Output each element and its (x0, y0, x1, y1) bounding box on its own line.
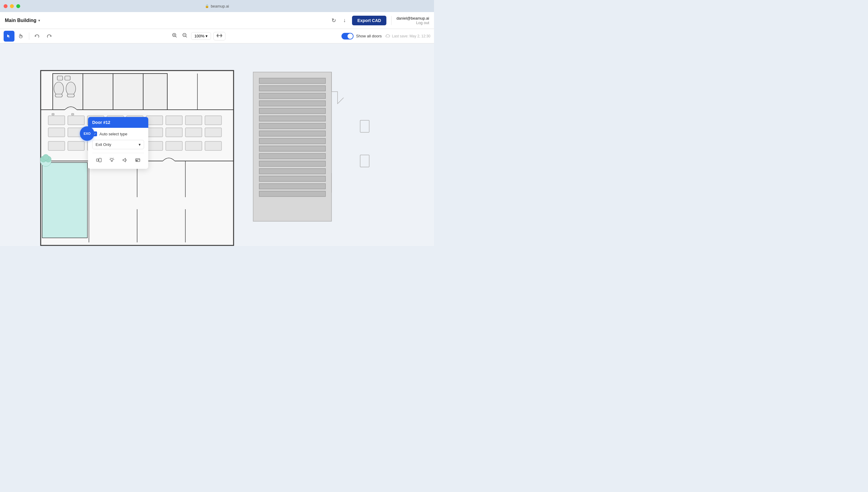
svg-rect-47 (166, 116, 182, 125)
fit-to-screen-button[interactable] (213, 32, 225, 41)
popup-body: ✓ Auto select type Exit Only ▾ (88, 128, 148, 169)
save-info: Last save: May 2, 12:30 (385, 34, 430, 38)
svg-rect-74 (259, 101, 326, 106)
svg-rect-65 (166, 141, 182, 150)
popup-icon-light[interactable] (108, 156, 116, 165)
titlebar: 🔒 beamup.ai (0, 0, 434, 12)
popup-action-icons (92, 153, 144, 165)
lock-icon: 🔒 (205, 4, 209, 8)
redo-button[interactable] (44, 31, 55, 42)
window-title: 🔒 beamup.ai (205, 4, 229, 8)
zoom-dropdown-arrow: ▾ (206, 34, 208, 38)
header-left: Main Building ▾ (5, 18, 40, 23)
auto-select-label: Auto select type (99, 132, 127, 136)
svg-rect-55 (146, 128, 163, 137)
svg-rect-19 (143, 74, 167, 110)
svg-rect-101 (136, 161, 137, 161)
svg-rect-57 (185, 128, 202, 137)
close-button[interactable] (4, 4, 7, 8)
svg-rect-77 (259, 123, 326, 129)
refresh-button[interactable]: ↻ (330, 16, 337, 25)
zoom-display[interactable]: 100% ▾ (191, 32, 211, 40)
svg-rect-84 (259, 176, 326, 181)
minimize-button[interactable] (10, 4, 14, 8)
zoom-in-button[interactable] (171, 31, 178, 41)
toolbar-left (4, 31, 55, 42)
canvas-area[interactable]: EXO Door #12 ✓ Auto select type Exit Onl… (0, 43, 434, 246)
cloud-icon (385, 34, 390, 38)
zoom-level: 100% (195, 34, 204, 38)
select-tool-button[interactable] (4, 31, 15, 42)
svg-point-94 (43, 154, 49, 161)
svg-rect-41 (48, 116, 65, 125)
svg-rect-85 (259, 183, 326, 189)
svg-rect-73 (259, 93, 326, 99)
svg-rect-32 (42, 163, 87, 238)
svg-rect-18 (113, 74, 143, 110)
header: Main Building ▾ ↻ ↓ Export CAD daniel@be… (0, 12, 434, 29)
svg-rect-82 (259, 161, 326, 166)
toggle-switch[interactable] (341, 33, 354, 40)
door-type-dropdown[interactable]: Exit Only ▾ (92, 140, 144, 149)
svg-point-35 (54, 82, 63, 95)
last-save-text: Last save: May 2, 12:30 (392, 34, 430, 38)
svg-rect-80 (259, 146, 326, 151)
traffic-lights (4, 4, 20, 8)
svg-rect-46 (146, 116, 163, 125)
svg-point-37 (66, 82, 76, 95)
toolbar-divider (29, 32, 29, 40)
svg-point-98 (110, 158, 113, 161)
svg-rect-50 (48, 128, 65, 137)
door-popup: Door #12 ✓ Auto select type Exit Only ▾ (88, 117, 148, 169)
svg-rect-81 (259, 153, 326, 159)
floorplan (0, 43, 434, 246)
hand-tool-button[interactable] (16, 31, 27, 42)
toolbar-right: Show all doors Last save: May 2, 12:30 (341, 33, 430, 40)
dropdown-arrow-icon: ▾ (138, 142, 141, 147)
user-info: daniel@beamup.ai Log out (391, 16, 429, 25)
svg-rect-72 (259, 85, 326, 91)
popup-icon-speaker[interactable] (121, 156, 129, 165)
export-cad-button[interactable]: Export CAD (352, 16, 387, 25)
svg-rect-78 (259, 131, 326, 136)
building-name: Main Building (5, 18, 36, 23)
download-button[interactable]: ↓ (342, 16, 347, 25)
header-right: ↻ ↓ Export CAD daniel@beamup.ai Log out (330, 16, 429, 25)
exo-door-badge[interactable]: EXO (80, 126, 94, 141)
svg-rect-48 (185, 116, 202, 125)
svg-rect-56 (166, 128, 182, 137)
svg-rect-38 (67, 94, 74, 97)
svg-rect-75 (259, 108, 326, 114)
svg-rect-76 (259, 116, 326, 121)
svg-rect-95 (97, 159, 98, 161)
show-all-doors-toggle: Show all doors (341, 33, 382, 40)
svg-rect-58 (205, 128, 222, 137)
svg-rect-39 (57, 76, 63, 80)
site-name: beamup.ai (211, 4, 229, 8)
svg-line-6 (186, 36, 187, 38)
door-type-value: Exit Only (96, 142, 111, 147)
svg-line-3 (175, 36, 177, 38)
popup-icon-group[interactable] (95, 156, 103, 165)
svg-rect-68 (52, 113, 54, 115)
svg-rect-69 (71, 113, 74, 115)
svg-rect-64 (146, 141, 163, 150)
svg-rect-49 (205, 116, 222, 125)
popup-icon-card-reader[interactable] (134, 156, 142, 165)
building-dropdown-arrow[interactable]: ▾ (38, 18, 40, 23)
zoom-out-button[interactable] (181, 31, 189, 41)
undo-button[interactable] (32, 31, 43, 42)
exo-label: EXO (83, 132, 91, 136)
svg-rect-83 (259, 169, 326, 174)
logout-link[interactable]: Log out (396, 21, 429, 25)
svg-rect-36 (55, 94, 62, 97)
svg-rect-96 (99, 158, 101, 162)
auto-select-row: ✓ Auto select type (92, 131, 144, 136)
svg-rect-67 (205, 141, 222, 150)
maximize-button[interactable] (16, 4, 20, 8)
user-email: daniel@beamup.ai (396, 16, 429, 21)
svg-rect-66 (185, 141, 202, 150)
svg-rect-40 (65, 76, 70, 80)
toggle-label: Show all doors (356, 34, 382, 38)
refresh-icon: ↻ (332, 17, 336, 24)
